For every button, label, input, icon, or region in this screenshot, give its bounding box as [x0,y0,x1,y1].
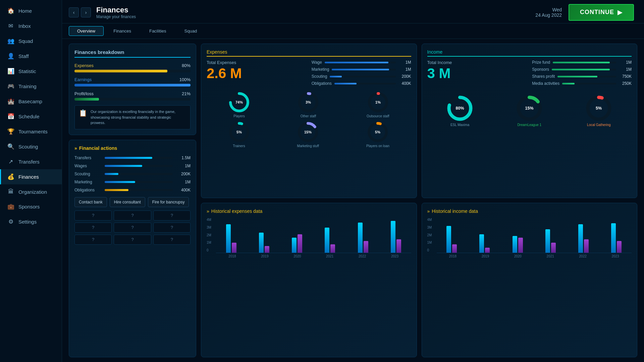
donut-players-on-loan: 5% Players on loan [366,121,389,148]
grid-btn-8[interactable]: ? [114,235,151,245]
donut-local-gathering-text: 5% [596,106,602,111]
sidebar-item-inbox[interactable]: ✉ Inbox [0,18,62,34]
expenses-right: Wage 1M Marketing 1M Scout [312,60,411,88]
tab-squad[interactable]: Squad [176,26,206,36]
fire-bancrupcy-button[interactable]: Fire for bancrupsy [148,197,189,207]
action-slider-wages[interactable] [105,165,173,167]
hist-exp-y-labels: 4M 3M 2M 1M 0 [207,218,211,258]
expenses-row: Expenses 80% [74,63,191,72]
sidebar-item-transfers[interactable]: ↗ Transfers [0,154,62,169]
main-content: ‹ › Finances Manage your finances Wed 24… [62,0,644,362]
donut-outsource-staff-text: 1% [375,100,381,104]
hist-exp-bar-2018-b [232,243,236,253]
sidebar-item-squad[interactable]: 👥 Squad [0,34,62,49]
profit-label: Profit/loss [74,91,94,96]
income-section-title: Income [427,49,632,57]
grid-btn-2[interactable]: ? [114,210,151,221]
profit-value: 21% [182,91,191,96]
y-label-2m: 2M [207,233,211,237]
action-buttons-row: Contact bank Hire consultant Fire for ba… [74,197,191,207]
exp-item-marketing-bar [332,69,395,70]
action-row-obligations: Obligations 400K [74,188,191,192]
sidebar-item-training[interactable]: 🎮 Training [0,79,62,94]
action-slider-marketing[interactable] [105,181,173,183]
donut-outsource-staff: 1% Outsource staff [367,92,389,118]
inc-item-prize-label: Prize fund [532,60,550,65]
inc-item-shares-bar-fill [557,76,597,77]
exp-item-wage-label: Wage [312,60,322,65]
grid-btn-4[interactable]: ? [74,223,112,233]
grid-btn-7[interactable]: ? [74,235,112,245]
page-title: Finances [96,6,136,14]
action-row-scouting: Scouting 200K [74,172,191,176]
sidebar-item-basecamp[interactable]: 🏰 Basecamp [0,94,62,109]
action-value-transfers: 1.5M [175,156,191,160]
topbar-right: Wed 24 Aug 2022 CONTINUE ▶ [535,4,634,21]
exp-item-scouting-value: 200K [398,74,411,79]
donut-players-on-loan-label: Players on loan [366,144,389,148]
sidebar-item-organization[interactable]: 🏛 Organization [0,184,62,199]
action-grid: ? ? ? ? ? ? ? ? ? [74,210,191,245]
continue-button[interactable]: CONTINUE ▶ [569,4,634,21]
inc-item-media-value: 250K [619,81,632,86]
donut-players-label: Players [233,114,245,118]
sidebar-item-statistic[interactable]: 📊 Statistic [0,64,62,79]
donut-esl-text: 80% [456,106,464,111]
hist-inc-bar-2020-b [518,238,523,253]
donut-local-gathering: 5% Local Gathering [585,95,612,127]
income-donut-row: 80% ESL Maxima 15% DreamLeague 1 [427,95,632,127]
hist-inc-y-labels: 4M 3M 2M 1M 0 [427,218,432,258]
sidebar-item-finances[interactable]: 💰 Finances [0,169,62,184]
hist-exp-group-2022 [348,223,378,253]
tab-facilities[interactable]: Facilities [141,26,175,36]
income-header: Total Income 3 M Prize fund 1M Sponsors [427,60,632,88]
grid-btn-6[interactable]: ? [153,223,191,233]
tab-finances[interactable]: Finances [105,26,140,36]
sidebar-item-home[interactable]: 🏠 Home [0,3,62,18]
hist-exp-bars [216,218,411,253]
sidebar-item-settings[interactable]: ⚙ Settings [0,214,62,229]
expenses-header: Total Expenses 2.6 M Wage 1M Marketing [207,60,411,88]
action-value-wages: 1M [175,164,191,168]
continue-arrow-icon: ▶ [618,9,623,16]
historical-expenses-title: Historical expenses data [207,208,411,214]
hist-inc-x-2018: 2018 [437,254,469,258]
action-slider-scouting[interactable] [105,173,173,175]
grid-btn-5[interactable]: ? [114,223,151,233]
action-slider-fill-wages [105,165,142,167]
tab-overview[interactable]: Overview [69,26,104,36]
hist-exp-x-2021: 2021 [314,254,346,258]
inc-item-shares-label: Shares profit [532,74,555,79]
donut-trainers-text: 5% [236,130,242,134]
sidebar-item-staff[interactable]: 👤 Staff [0,49,62,64]
earnings-bar-bg [74,84,191,86]
inc-item-sponsors-bar-fill [552,69,610,70]
action-slider-transfers[interactable] [105,157,173,159]
grid-btn-3[interactable]: ? [153,210,191,221]
action-label-obligations: Obligations [74,188,102,192]
date-line2: 24 Aug 2022 [535,12,562,18]
sidebar-label-statistic: Statistic [18,68,36,74]
hist-inc-group-2019 [470,234,500,253]
action-slider-obligations[interactable] [105,189,173,191]
hire-consultant-button[interactable]: Hire consultant [110,197,145,207]
inc-y-label-4m: 4M [427,218,432,222]
hist-exp-bar-2022-a [358,223,363,253]
nav-forward-button[interactable]: › [81,7,91,17]
grid-btn-9[interactable]: ? [153,235,191,245]
contact-bank-button[interactable]: Contact bank [74,197,107,207]
sidebar-item-sponsors[interactable]: 💼 Sponsors [0,199,62,214]
sidebar-label-scouting: Scouting [18,144,38,149]
sidebar-item-tournaments[interactable]: 🏆 Tournaments [0,124,62,139]
sidebar-item-schedule[interactable]: 📅 Schedule [0,109,62,124]
staff-icon: 👤 [7,53,14,60]
hist-inc-group-2022 [569,224,599,253]
topbar: ‹ › Finances Manage your finances Wed 24… [62,0,644,23]
nav-back-button[interactable]: ‹ [69,7,79,17]
historical-expenses-card: Historical expenses data 4M 3M 2M 1M 0 [201,203,417,357]
grid-btn-1[interactable]: ? [74,210,112,221]
inc-item-media-bar-fill [562,83,575,84]
hist-inc-bar-2023-b [617,241,622,253]
hist-exp-x-2019: 2019 [249,254,281,258]
sidebar-item-scouting[interactable]: 🔍 Scouting [0,139,62,154]
